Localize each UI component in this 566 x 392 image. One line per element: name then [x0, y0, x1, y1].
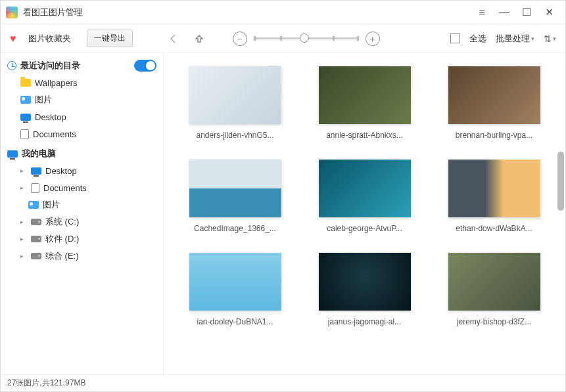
expander-icon[interactable]: ▸ — [20, 236, 27, 242]
app-icon — [6, 7, 18, 18]
sidebar-item-drive-d[interactable]: ▸软件 (D:) — [1, 230, 163, 248]
thumbnail-label: caleb-george-AtvuP... — [327, 224, 402, 233]
sidebar-item-desktop2[interactable]: ▸Desktop — [1, 162, 163, 179]
thumbnail-label: brennan-burling-vpa... — [456, 131, 532, 140]
sidebar-item-documents2[interactable]: ▸Documents — [1, 179, 163, 196]
desktop-icon — [31, 167, 41, 175]
thumbnail-item[interactable]: jaanus-jagomagi-al... — [313, 253, 416, 326]
sidebar-mycomputer-header[interactable]: 我的电脑 — [1, 145, 163, 162]
thumbnail-item[interactable]: anders-jilden-vhnG5... — [183, 66, 287, 140]
content-area: anders-jilden-vhnG5...annie-spratt-Abnkx… — [164, 53, 565, 374]
thumbnail-label: anders-jilden-vhnG5... — [196, 131, 273, 140]
drive-icon — [31, 219, 41, 225]
sidebar: 最近访问的目录 Wallpapers 图片 Desktop Documents … — [1, 53, 164, 374]
export-button[interactable]: 一键导出 — [87, 30, 133, 47]
thumbnail-label: ethan-dow-dWaBkA... — [456, 224, 532, 233]
window-title: 看图王图片管理 — [23, 7, 471, 18]
titlebar: 看图王图片管理 ≡ — ☐ ✕ — [1, 1, 565, 24]
back-button[interactable] — [164, 30, 181, 47]
computer-icon — [7, 150, 18, 158]
up-button[interactable] — [191, 30, 208, 47]
sidebar-item-documents[interactable]: Documents — [1, 125, 163, 142]
thumbnail-item[interactable]: brennan-burling-vpa... — [442, 66, 546, 140]
thumbnail-image[interactable] — [448, 253, 540, 311]
drive-icon — [31, 236, 41, 242]
sidebar-recent-label: 最近访问的目录 — [20, 60, 80, 72]
thumbnail-item[interactable]: CachedImage_1366_... — [183, 160, 287, 233]
batch-dropdown[interactable]: 批量处理▾ — [496, 33, 534, 45]
zoom-out-button[interactable]: − — [233, 32, 247, 46]
scrollbar-thumb[interactable] — [557, 152, 564, 211]
thumbnail-item[interactable]: caleb-george-AtvuP... — [313, 160, 416, 233]
sidebar-item-pictures2[interactable]: 图片 — [1, 196, 163, 213]
sidebar-item-drive-e[interactable]: ▸综合 (E:) — [1, 248, 163, 265]
thumbnail-image[interactable] — [448, 66, 540, 124]
drive-icon — [31, 253, 41, 259]
expander-icon[interactable]: ▸ — [20, 185, 27, 191]
sidebar-item-wallpapers[interactable]: Wallpapers — [1, 74, 163, 91]
thumbnail-image[interactable] — [448, 160, 540, 217]
status-bar: 27张图片,共121.97MB — [1, 374, 565, 391]
document-icon — [31, 183, 39, 193]
thumbnail-image[interactable] — [319, 66, 411, 124]
select-all-label[interactable]: 全选 — [469, 33, 486, 45]
heart-icon: ♥ — [10, 33, 16, 45]
zoom-slider-thumb[interactable] — [300, 33, 309, 43]
zoom-controls: − + — [233, 32, 380, 46]
chevron-down-icon: ▾ — [553, 35, 556, 42]
thumbnail-image[interactable] — [319, 253, 411, 311]
chevron-down-icon: ▾ — [531, 35, 534, 42]
sidebar-item-pictures[interactable]: 图片 — [1, 91, 163, 108]
expander-icon[interactable]: ▸ — [20, 253, 27, 259]
folder-icon — [20, 79, 31, 87]
thumbnail-item[interactable]: jeremy-bishop-d3fZ... — [442, 253, 546, 326]
maximize-button[interactable]: ☐ — [515, 3, 538, 22]
menu-button[interactable]: ≡ — [471, 3, 493, 22]
thumbnail-item[interactable]: ian-dooley-DuBNA1... — [183, 253, 287, 326]
sidebar-recent-header[interactable]: 最近访问的目录 — [1, 57, 163, 74]
sidebar-item-drive-c[interactable]: ▸系统 (C:) — [1, 213, 163, 230]
thumbnail-label: ian-dooley-DuBNA1... — [197, 317, 273, 326]
scrollbar[interactable] — [556, 53, 565, 374]
document-icon — [20, 129, 29, 139]
sort-icon: ⇅ — [544, 33, 552, 44]
thumbnail-image[interactable] — [189, 66, 281, 124]
desktop-icon — [20, 114, 31, 121]
zoom-slider[interactable] — [254, 37, 359, 39]
clock-icon — [7, 61, 16, 70]
thumbnail-image[interactable] — [189, 160, 281, 217]
select-all-checkbox[interactable] — [450, 33, 460, 43]
thumbnail-image[interactable] — [189, 253, 281, 311]
zoom-in-button[interactable]: + — [366, 32, 380, 46]
thumbnail-label: CachedImage_1366_... — [194, 224, 276, 233]
close-button[interactable]: ✕ — [538, 3, 560, 22]
picture-icon — [20, 96, 31, 104]
thumbnail-grid: anders-jilden-vhnG5...annie-spratt-Abnkx… — [164, 53, 565, 339]
thumbnail-label: jeremy-bishop-d3fZ... — [457, 317, 531, 326]
minimize-button[interactable]: — — [493, 3, 515, 22]
sidebar-item-desktop[interactable]: Desktop — [1, 108, 163, 125]
thumbnail-image[interactable] — [319, 160, 411, 217]
expander-icon[interactable]: ▸ — [20, 167, 27, 174]
sort-dropdown[interactable]: ⇅▾ — [544, 33, 556, 44]
toolbar: ♥ 图片收藏夹 一键导出 − + 全选 批量处理▾ ⇅▾ — [1, 24, 565, 53]
picture-icon — [28, 201, 39, 209]
thumbnail-item[interactable]: annie-spratt-Abnkxs... — [313, 66, 416, 140]
thumbnail-label: jaanus-jagomagi-al... — [328, 317, 401, 326]
status-text: 27张图片,共121.97MB — [7, 378, 85, 389]
thumbnail-item[interactable]: ethan-dow-dWaBkA... — [442, 160, 546, 233]
favorites-label[interactable]: 图片收藏夹 — [28, 33, 71, 45]
thumbnail-label: annie-spratt-Abnkxs... — [326, 131, 403, 140]
expander-icon[interactable]: ▸ — [20, 219, 27, 225]
recent-toggle[interactable] — [134, 60, 156, 72]
